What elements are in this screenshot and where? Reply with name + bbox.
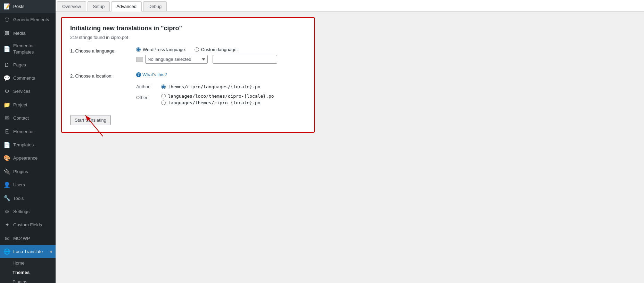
language-select-row: No language selected: [136, 55, 306, 64]
other-label: Other:: [136, 92, 161, 108]
init-box-title: Initializing new translations in "cipro": [70, 25, 306, 32]
author-label: Author:: [136, 83, 161, 92]
users-icon: 👤: [3, 181, 10, 189]
sidebar-item-label: Services: [13, 88, 52, 95]
tools-icon: 🔧: [3, 194, 10, 202]
sidebar-item-appearance[interactable]: 🎨 Appearance: [0, 152, 56, 165]
init-box: Initializing new translations in "cipro"…: [61, 17, 315, 133]
sidebar-sub-item-plugins[interactable]: Plugins: [0, 277, 56, 283]
sidebar-item-label: MC4WP: [13, 235, 52, 242]
other-options: languages/loco/themes/cipro-{locale}.po …: [161, 92, 306, 108]
flag-icon: [136, 57, 143, 62]
tab-overview[interactable]: Overview: [57, 1, 86, 11]
sidebar-item-label: Plugins: [13, 169, 52, 175]
sidebar-item-loco-translate[interactable]: 🌐 Loco Translate ◀: [0, 245, 56, 258]
wp-language-option: WordPress language:: [136, 47, 186, 52]
section2-label: 2. Choose a location:: [70, 72, 129, 79]
sidebar-item-settings[interactable]: ⚙ Settings: [0, 205, 56, 218]
tab-bar: Overview Setup Advanced Debug: [56, 0, 644, 11]
sidebar-item-mc4wp[interactable]: ✉ MC4WP: [0, 232, 56, 245]
plugins-icon: 🔌: [3, 168, 10, 176]
what-this-label: What's this?: [142, 72, 167, 77]
sidebar-item-label: Project: [13, 102, 52, 108]
sidebar-item-services[interactable]: ⚙ Services: [0, 85, 56, 98]
sidebar: 📝 Posts ⬡ Generic Elements 🖼 Media 📄 Ele…: [0, 0, 56, 283]
what-this-link[interactable]: ? What's this?: [136, 72, 306, 77]
location-other-row: Other: languages/loco/themes/cipro-{loca…: [136, 92, 306, 108]
templates-icon: 📄: [3, 141, 10, 149]
sidebar-item-label: Tools: [13, 195, 52, 202]
sidebar-item-media[interactable]: 🖼 Media: [0, 27, 56, 40]
sidebar-item-comments[interactable]: 💬 Comments: [0, 72, 56, 85]
wp-language-label[interactable]: WordPress language:: [143, 47, 186, 52]
location-section: 2. Choose a location: ? What's this? Aut…: [70, 72, 306, 108]
other-radio-row-2: languages/themes/cipro-{locale}.po: [161, 100, 303, 105]
other-radio-row-1: languages/loco/themes/cipro-{locale}.po: [161, 94, 303, 99]
language-options: WordPress language: Custom language: No …: [136, 47, 306, 64]
location-table: Author: themes/cipro/languages/{locale}.…: [136, 83, 306, 108]
custom-language-radio[interactable]: [195, 47, 199, 52]
sidebar-item-posts[interactable]: 📝 Posts: [0, 0, 56, 13]
custom-language-option: Custom language:: [195, 47, 238, 52]
sidebar-item-label: Settings: [13, 209, 52, 215]
location-other2-path[interactable]: languages/themes/cipro-{locale}.po: [168, 100, 260, 105]
sidebar-item-label: ElementorTemplates: [13, 43, 52, 55]
appearance-icon: 🎨: [3, 154, 10, 162]
sidebar-item-plugins[interactable]: 🔌 Plugins: [0, 165, 56, 178]
elementor-templates-icon: 📄: [3, 45, 10, 53]
sidebar-sub-item-themes[interactable]: Themes: [0, 268, 56, 277]
custom-language-label[interactable]: Custom language:: [201, 47, 238, 52]
pages-icon: 🗋: [3, 61, 10, 69]
tab-setup[interactable]: Setup: [88, 1, 110, 11]
mc4wp-icon: ✉: [3, 235, 10, 242]
sidebar-item-pages[interactable]: 🗋 Pages: [0, 58, 56, 72]
sidebar-item-elementor[interactable]: E Elementor: [0, 125, 56, 138]
sidebar-item-elementor-templates[interactable]: 📄 ElementorTemplates: [0, 40, 56, 58]
sidebar-item-contact[interactable]: ✉ Contact: [0, 112, 56, 125]
project-icon: 📁: [3, 101, 10, 109]
sidebar-sub-item-home[interactable]: Home: [0, 258, 56, 268]
location-author-radio[interactable]: [161, 84, 166, 89]
services-icon: ⚙: [3, 88, 10, 95]
sidebar-item-label: Custom Fields: [13, 222, 52, 228]
main-content: Overview Setup Advanced Debug Initializi…: [56, 0, 644, 283]
sidebar-item-label: Generic Elements: [13, 17, 52, 23]
custom-language-input[interactable]: [213, 55, 277, 64]
sidebar-item-label: Contact: [13, 115, 52, 121]
language-section: 1. Choose a language: WordPress language…: [70, 47, 306, 64]
sidebar-item-project[interactable]: 📁 Project: [0, 98, 56, 112]
sidebar-item-label: Posts: [13, 3, 52, 10]
sidebar-item-label: Loco Translate: [13, 249, 47, 255]
sidebar-collapse-arrow: ◀: [49, 249, 52, 254]
language-select[interactable]: No language selected: [145, 55, 208, 64]
sidebar-item-templates[interactable]: 📄 Templates: [0, 138, 56, 152]
tab-debug[interactable]: Debug: [143, 1, 167, 11]
location-other2-radio[interactable]: [161, 100, 166, 105]
custom-fields-icon: ✦: [3, 221, 10, 229]
sidebar-item-label: Appearance: [13, 155, 52, 161]
sidebar-item-users[interactable]: 👤 Users: [0, 178, 56, 192]
sidebar-item-label: Media: [13, 30, 52, 37]
sidebar-item-label: Templates: [13, 142, 52, 148]
tab-advanced[interactable]: Advanced: [111, 1, 142, 11]
author-radio-row: themes/cipro/languages/{locale}.po: [161, 84, 303, 89]
sidebar-item-label: Comments: [13, 75, 52, 81]
location-other1-radio[interactable]: [161, 94, 166, 98]
wp-language-radio[interactable]: [136, 47, 141, 52]
start-translating-button[interactable]: Start translating: [70, 115, 111, 125]
location-other1-path[interactable]: languages/loco/themes/cipro-{locale}.po: [168, 94, 274, 99]
language-radio-row: WordPress language: Custom language:: [136, 47, 306, 52]
author-options: themes/cipro/languages/{locale}.po: [161, 83, 306, 92]
page-content: Initializing new translations in "cipro"…: [56, 11, 644, 138]
sidebar-item-tools[interactable]: 🔧 Tools: [0, 192, 56, 205]
sidebar-item-label: Pages: [13, 62, 52, 68]
sidebar-item-label: Elementor: [13, 129, 52, 135]
sidebar-item-custom-fields[interactable]: ✦ Custom Fields: [0, 218, 56, 232]
media-icon: 🖼: [3, 30, 10, 37]
location-author-row: Author: themes/cipro/languages/{locale}.…: [136, 83, 306, 92]
location-author-path[interactable]: themes/cipro/languages/{locale}.po: [168, 84, 260, 89]
sidebar-item-generic-elements[interactable]: ⬡ Generic Elements: [0, 13, 56, 26]
sidebar-item-label: Users: [13, 182, 52, 188]
elementor-icon: E: [3, 128, 10, 136]
location-content: ? What's this? Author: themes/cipro/lang…: [136, 72, 306, 108]
